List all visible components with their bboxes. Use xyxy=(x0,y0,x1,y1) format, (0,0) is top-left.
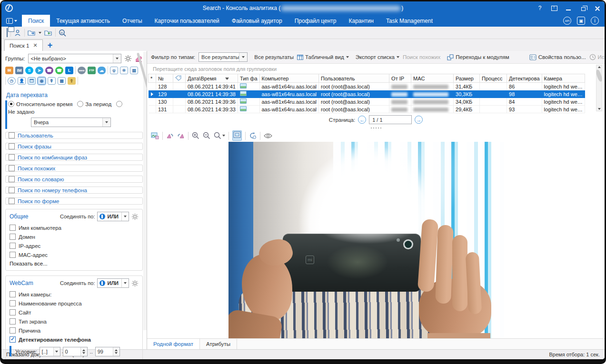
header-row[interactable]: * № Дата\Время Тип фа Компьютер Пользова… xyxy=(149,74,585,83)
lync-icon[interactable]: L xyxy=(65,67,73,74)
checkbox[interactable] xyxy=(9,187,15,193)
user-search-icon[interactable] xyxy=(14,29,21,37)
checkbox[interactable] xyxy=(10,300,16,306)
printer-icon[interactable]: ▤ xyxy=(130,67,138,74)
correspondence-history-button[interactable]: История переписки xyxy=(589,54,605,60)
zoom-level-button[interactable] xyxy=(214,132,225,139)
minimize-button[interactable] xyxy=(565,4,572,12)
common-mac-address[interactable]: MAC-адрес xyxy=(10,250,139,259)
filter-user[interactable]: Пользователь xyxy=(5,132,143,139)
col-computer[interactable]: Компьютер xyxy=(259,74,319,83)
tab-user-cards[interactable]: Карточки пользователей xyxy=(149,15,226,27)
scroll-down-icon[interactable] xyxy=(598,108,601,110)
go-to-modules-button[interactable]: Переходы к модулям xyxy=(447,54,509,60)
all-results-button[interactable]: Все результаты xyxy=(254,54,294,60)
microphone-icon[interactable]: 🎙 xyxy=(48,77,56,85)
session-view-icon[interactable] xyxy=(249,132,257,139)
tab-search[interactable]: Поиск xyxy=(22,15,50,27)
tab-native-format[interactable]: Родной формат xyxy=(147,339,200,349)
checkbox[interactable] xyxy=(10,318,16,325)
scrollbar-thumb[interactable] xyxy=(596,69,603,82)
checkbox[interactable] xyxy=(10,291,16,297)
webcam-screen-type[interactable]: Тип экрана xyxy=(10,317,139,326)
zoom-in-icon[interactable] xyxy=(192,132,199,139)
radio-relative-time[interactable] xyxy=(8,101,14,107)
folder-transfer-icon[interactable]: ⇧ xyxy=(68,77,76,85)
application-menu-button[interactable] xyxy=(1,15,22,27)
tab-task-management[interactable]: Task Management xyxy=(380,15,439,27)
type-filter-select[interactable]: Все результаты xyxy=(199,52,248,62)
filter-phrase-combo[interactable]: Поиск по комбинации фраз xyxy=(5,154,143,161)
filter-similar[interactable]: Поиск похожих xyxy=(5,165,143,172)
common-domain[interactable]: Домен xyxy=(10,232,139,241)
webcam-icon[interactable]: ◉ xyxy=(38,77,46,85)
checkbox-checked[interactable] xyxy=(10,336,16,343)
skype-icon[interactable]: S xyxy=(25,67,33,74)
tab-quarantine[interactable]: Карантин xyxy=(342,15,379,27)
splitter-handle[interactable] xyxy=(147,126,605,129)
condition-operator-select[interactable]: [..] xyxy=(40,347,60,356)
common-join-select[interactable]: ИЛИ xyxy=(97,212,129,221)
mail-icon[interactable]: ✉ xyxy=(5,67,13,74)
filter-dictionary[interactable]: Поиск по словарю xyxy=(5,176,143,183)
col-size[interactable]: Размер xyxy=(454,74,480,83)
groups-select[interactable]: <Не выбрано> xyxy=(28,54,121,63)
radio-not-set[interactable] xyxy=(116,101,122,107)
sidebar-scrollbar[interactable] xyxy=(143,52,147,330)
page-input[interactable]: 1 / 1 xyxy=(369,115,412,124)
filter-form[interactable]: Поиск по форме xyxy=(5,197,143,205)
monitor-icon[interactable]: 🗖 xyxy=(28,77,36,85)
export-search-folder-icon[interactable] xyxy=(28,29,36,36)
checkbox[interactable] xyxy=(9,143,15,149)
table-row[interactable]: 128 08.06.2021 14:39:41 aas-w81x64ru.aas… xyxy=(149,83,585,90)
tab-reports[interactable]: Отчеты xyxy=(116,15,148,27)
checkbox[interactable] xyxy=(10,243,16,249)
whatsapp-icon[interactable]: ☎ xyxy=(55,67,63,74)
prev-page-button[interactable]: ← xyxy=(358,116,366,124)
common-ip-address[interactable]: IP-адрес xyxy=(10,241,139,250)
checkbox[interactable] xyxy=(9,132,15,138)
tab-file-auditor[interactable]: Файловый аудитор xyxy=(226,15,288,27)
col-mac[interactable]: MAC xyxy=(411,74,454,83)
connected-device-icon[interactable]: ✲ xyxy=(120,67,128,74)
col-process[interactable]: Процесс xyxy=(480,74,507,83)
results-table[interactable]: * № Дата\Время Тип фа Компьютер Пользова… xyxy=(148,74,585,113)
col-type[interactable]: Тип фа xyxy=(238,74,259,83)
checkbox[interactable] xyxy=(10,252,16,258)
add-tab-button[interactable]: + xyxy=(43,39,58,51)
gear-icon[interactable] xyxy=(131,213,139,220)
webcam-join-select[interactable]: ИЛИ xyxy=(97,278,129,288)
checkbox[interactable] xyxy=(10,225,16,231)
im-icon[interactable]: IM xyxy=(15,67,23,74)
cascade-windows-button[interactable] xyxy=(5,29,8,37)
usb-device-icon[interactable]: ψ xyxy=(110,67,118,74)
checkbox[interactable] xyxy=(10,327,16,334)
filter-phone-number[interactable]: Поиск по номеру телефона xyxy=(5,187,143,194)
col-detect[interactable]: Детектирова xyxy=(507,74,542,83)
webcam-process-name[interactable]: Наименование процесса xyxy=(10,299,139,308)
rotate-left-icon[interactable] xyxy=(166,132,174,139)
checkbox[interactable] xyxy=(9,198,15,204)
webcam-phone-detection[interactable]: Детектирование телефона xyxy=(10,335,139,344)
gear-icon[interactable] xyxy=(124,55,132,62)
scroll-up-icon[interactable] xyxy=(598,66,601,68)
user-properties-button[interactable]: Свойства пользо... xyxy=(529,54,586,60)
table-scrollbar[interactable] xyxy=(596,65,602,111)
condition-from-input[interactable]: 0 xyxy=(63,347,88,356)
tab-profile-center[interactable]: Профайл центр xyxy=(288,15,343,27)
checkbox[interactable] xyxy=(9,165,15,171)
zoom-out-icon[interactable] xyxy=(203,132,210,139)
checkbox[interactable] xyxy=(9,154,15,160)
webcam-camera-name[interactable]: Имя камеры: xyxy=(10,290,139,299)
webcam-reason[interactable]: Причина xyxy=(10,326,139,335)
pin-window-button[interactable] xyxy=(550,4,558,12)
tab-current-activity[interactable]: Текущая активность xyxy=(50,15,116,27)
ftp-icon[interactable]: FTP xyxy=(88,67,96,74)
close-button[interactable] xyxy=(593,4,601,12)
col-camera[interactable]: Камера xyxy=(542,74,585,83)
http-icon[interactable]: www xyxy=(78,67,86,74)
webcam-site[interactable]: Сайт xyxy=(10,308,139,317)
export-list-button[interactable]: Экспорт списка xyxy=(356,54,399,60)
cloud-icon[interactable]: ☁ xyxy=(98,67,106,74)
tab-attributes[interactable]: Атрибуты xyxy=(200,339,237,349)
